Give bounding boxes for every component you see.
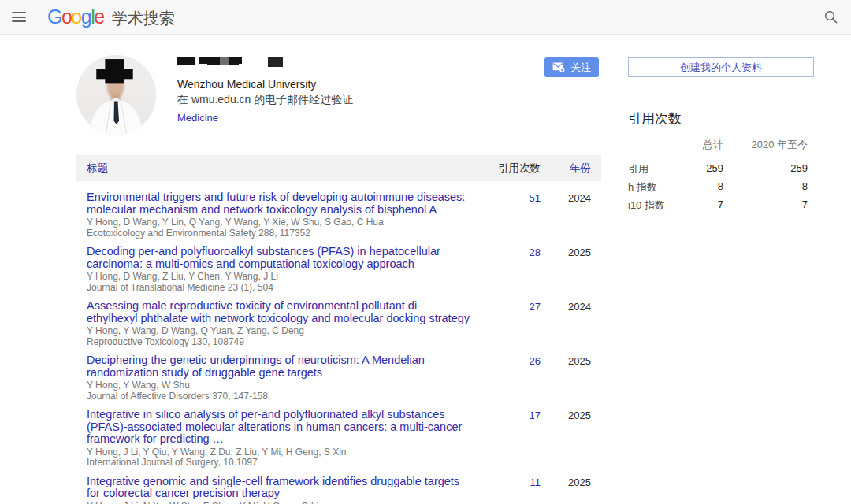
citations-table-header: 总计 2020 年至今 (628, 138, 814, 158)
article-row: Deciphering the genetic underpinnings of… (76, 354, 601, 402)
scholar-logo[interactable]: Google 学术搜索 (47, 7, 175, 27)
article-cited-count[interactable]: 27 (470, 300, 541, 347)
article-venue: International Journal of Surgery, 10.109… (87, 458, 470, 469)
follow-button[interactable]: 关注 (544, 57, 599, 77)
menu-icon[interactable] (12, 9, 26, 25)
article-title-link[interactable]: Integrative genomic and single-cell fram… (87, 476, 470, 500)
citations-row-since: 8 (723, 180, 814, 195)
article-authors: Y Hong, J Li, Y Qiu, Y Wang, Z Du, Z Liu… (87, 447, 470, 458)
article-cited-count[interactable]: 26 (470, 354, 541, 402)
article-year: 2025 (541, 476, 601, 504)
articles-list: Environmental triggers and future risk o… (76, 191, 601, 504)
article-row: Integrative genomic and single-cell fram… (76, 476, 601, 504)
citations-row-all: 259 (678, 162, 723, 176)
profile-sidebar: 创建我的个人资料 引用次数 总计 2020 年至今 引用 259 259 h 指… (628, 35, 814, 213)
article-year: 2025 (541, 246, 601, 293)
article-authors: Y Hong, D Wang, Y Lin, Q Yang, Y Wang, Y… (87, 217, 470, 228)
article-venue: Journal of Translational Medicine 23 (1)… (87, 283, 470, 294)
article-venue: Ecotoxicology and Environmental Safety 2… (87, 228, 470, 239)
article-cited-count[interactable]: 17 (470, 409, 541, 469)
top-bar: Google 学术搜索 (0, 0, 851, 35)
article-year: 2024 (541, 191, 601, 239)
sort-by-citations[interactable]: 引用次数 (470, 161, 541, 176)
citations-row: i10 指数 7 7 (628, 198, 814, 213)
scholar-product-name: 学术搜索 (112, 10, 175, 26)
citations-row-all: 7 (678, 198, 723, 213)
google-logo: Google (47, 7, 104, 27)
article-authors: Y Hong, Y Wang, D Wang, Q Yuan, Z Yang, … (87, 326, 470, 337)
citations-table: 总计 2020 年至今 引用 259 259 h 指数 8 8 i10 指数 7… (628, 138, 814, 213)
article-row: Integrative in silico analysis of per-an… (76, 409, 601, 469)
article-authors: Y Hong, D Wang, Z Liu, Y Chen, Y Wang, J… (87, 272, 470, 283)
article-title-link[interactable]: Decoding per-and polyfluoroalkyl substan… (87, 246, 470, 270)
article-title-link[interactable]: Integrative in silico analysis of per-an… (87, 409, 470, 446)
search-icon[interactable] (823, 9, 838, 28)
sort-by-title[interactable]: 标题 (76, 161, 470, 176)
citations-col-all: 总计 (678, 138, 723, 152)
article-year: 2025 (541, 354, 601, 402)
article-cited-count[interactable]: 28 (470, 246, 541, 293)
sort-by-year[interactable]: 年份 (541, 161, 601, 176)
article-venue: Journal of Affective Disorders 370, 147-… (87, 391, 470, 402)
profile-name-redacted (177, 57, 303, 74)
article-title-link[interactable]: Environmental triggers and future risk o… (87, 191, 470, 216)
citations-row: h 指数 8 8 (628, 180, 814, 195)
citations-col-since: 2020 年至今 (723, 138, 814, 152)
article-row: Environmental triggers and future risk o… (76, 191, 601, 239)
citations-row-since: 7 (723, 198, 814, 213)
interest-link-medicine[interactable]: Medicine (177, 112, 353, 124)
article-authors: Y Hong, Y Wang, W Shu (87, 380, 470, 391)
article-venue: Reproductive Toxicology 130, 108749 (87, 337, 470, 348)
citations-row-label: h 指数 (628, 180, 678, 195)
article-row: Assessing male reproductive toxicity of … (76, 300, 601, 347)
citations-row-since: 259 (723, 162, 814, 176)
citations-row-label: 引用 (628, 162, 678, 176)
article-authors: Y Hong, J Li, N Xu, W Shu, F Chen, Y Mi,… (87, 502, 470, 504)
citations-panel-title: 引用次数 (628, 109, 814, 128)
article-year: 2025 (541, 409, 601, 469)
profile-affiliation: Wenzhou Medical University (177, 77, 353, 92)
article-title-link[interactable]: Assessing male reproductive toxicity of … (87, 300, 470, 324)
follow-envelope-icon (552, 62, 565, 72)
results-table-header: 标题 引用次数 年份 (76, 155, 601, 181)
article-cited-count[interactable]: 51 (470, 191, 541, 239)
citations-row: 引用 259 259 (628, 162, 814, 176)
citations-row-label: i10 指数 (628, 198, 678, 213)
verified-email: 在 wmu.edu.cn 的电子邮件经过验证 (177, 92, 353, 107)
article-year: 2024 (541, 300, 601, 347)
article-cited-count[interactable]: 11 (470, 476, 541, 504)
profile-info: Wenzhou Medical University 在 wmu.edu.cn … (177, 57, 353, 124)
follow-label: 关注 (570, 61, 591, 75)
article-title-link[interactable]: Deciphering the genetic underpinnings of… (87, 354, 470, 379)
create-profile-button[interactable]: 创建我的个人资料 (628, 57, 814, 77)
avatar (76, 55, 156, 135)
article-row: Decoding per-and polyfluoroalkyl substan… (76, 246, 601, 293)
citations-row-all: 8 (678, 180, 723, 195)
